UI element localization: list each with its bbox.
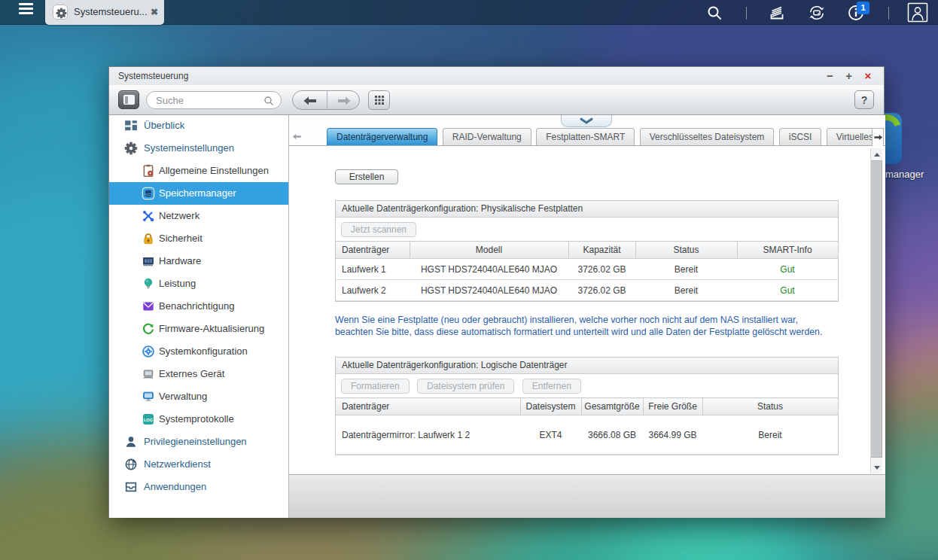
column-header: Kapazität	[568, 242, 635, 259]
tab-bar: Datenträgerverwaltung RAID-Verwaltung Fe…	[327, 128, 873, 145]
app-stack-icon[interactable]	[767, 0, 787, 25]
taskbar-tab-systemsteuerung[interactable]: Systemsteueru... ✖	[45, 0, 164, 25]
Sicherheit[interactable]: Sicherheit	[109, 227, 288, 250]
Benachrichtigung[interactable]: Benachrichtigung	[109, 295, 288, 318]
Verwaltung[interactable]: Verwaltung	[109, 385, 288, 408]
Anwendungen[interactable]: Anwendungen	[109, 476, 288, 498]
system-configuration-icon	[142, 345, 155, 358]
scroll-up-icon	[874, 153, 880, 157]
create-button[interactable]: Erstellen	[335, 169, 398, 184]
physical-table-caption: Aktuelle Datenträgerkonfiguration: Physi…	[336, 201, 838, 218]
sidebar-pane-bar	[125, 96, 128, 104]
table-cell: Bereit	[635, 259, 737, 280]
table-actions: Formatieren Dateisystem prüfen Entfernen	[336, 374, 838, 397]
scroll-down-button[interactable]	[871, 461, 882, 473]
minimize-button[interactable]: −	[821, 67, 838, 85]
RAID-Verwaltung[interactable]: RAID-Verwaltung	[443, 128, 531, 145]
taskbar-divider	[746, 7, 747, 20]
tab-scroll-right-button[interactable]	[872, 128, 884, 146]
window-titlebar: Systemsteuerung − + ×	[109, 67, 884, 85]
app-grid-button[interactable]	[368, 90, 390, 110]
sidebar-item-label: Allgemeine Einstellungen	[159, 160, 269, 182]
table-cell: Bereit	[702, 415, 838, 455]
table-actions: Jetzt scannen	[336, 218, 838, 241]
Privilegieneinstellungen[interactable]: Privilegieneinstellungen	[109, 431, 288, 453]
menu-bar	[19, 12, 33, 14]
column-header: SMART-Info	[737, 242, 838, 259]
table-row[interactable]: Laufwerk 1 HGST HDS724040ALE640 MJAO 372…	[336, 259, 838, 280]
Netzwerkdienst[interactable]: Netzwerkdienst	[109, 453, 288, 476]
Systemkonfiguration[interactable]: Systemkonfiguration	[109, 340, 288, 363]
Speichermanager[interactable]: Speichermanager	[109, 182, 288, 205]
app-grid-icon	[374, 95, 385, 105]
table-cell: Laufwerk 1	[336, 259, 410, 280]
column-header: Datenträger	[336, 398, 520, 415]
column-header: Freie Größe	[643, 398, 702, 415]
column-header: Status	[635, 242, 737, 259]
maximize-button[interactable]: +	[841, 67, 857, 85]
sidebar-item-label: Überblick	[144, 115, 184, 137]
Formatieren[interactable]: Formatieren	[341, 379, 410, 394]
network-service-icon	[124, 458, 138, 471]
close-button[interactable]: ×	[860, 67, 876, 85]
iSCSI[interactable]: iSCSI	[779, 128, 822, 145]
Firmware-Aktualisierung[interactable]: Firmware-Aktualisierung	[109, 318, 288, 340]
tab-scroll-left-icon	[292, 133, 302, 140]
info-icon[interactable]: 1	[846, 0, 866, 25]
network-icon	[142, 209, 155, 223]
physical-table-header-row: Datenträger Modell Kapazität Status SMAR…	[336, 242, 838, 259]
forward-button[interactable]	[327, 91, 360, 110]
system-logs-icon	[142, 412, 155, 426]
collapse-tabs-button[interactable]	[561, 115, 612, 127]
Leistung[interactable]: Leistung	[109, 272, 288, 295]
table-cell: 3726.02 GB	[568, 259, 635, 280]
hardware-icon	[142, 254, 155, 268]
gear-icon	[53, 5, 68, 20]
search-icon[interactable]	[705, 0, 724, 25]
notification-icon	[142, 300, 155, 313]
back-button[interactable]	[293, 91, 327, 110]
firmware-update-icon	[142, 322, 155, 336]
sidebar-toggle-button[interactable]	[118, 90, 139, 109]
Externes Gerät[interactable]: Externes Gerät	[109, 363, 288, 385]
sidebar-item-label: Netzwerk	[159, 205, 199, 227]
sync-disk-icon[interactable]	[807, 0, 827, 25]
user-icon[interactable]	[904, 0, 931, 25]
search-input[interactable]	[156, 93, 261, 108]
Entfernen[interactable]: Entfernen	[522, 379, 581, 394]
window-controls: − + ×	[821, 67, 876, 85]
table-cell: 3666.08 GB	[581, 415, 643, 455]
Festplatten-SMART[interactable]: Festplatten-SMART	[536, 128, 635, 145]
Überblick[interactable]: Überblick	[109, 115, 288, 137]
scrollbar-thumb[interactable]	[871, 160, 882, 458]
table-row[interactable]: Laufwerk 2 HGST HDS724040ALE640 MJAO 372…	[336, 280, 838, 301]
Virtuelles[interactable]: Virtuelles	[827, 128, 873, 145]
Allgemeine Einstellungen[interactable]: Allgemeine Einstellungen	[109, 160, 288, 182]
applications-icon	[124, 480, 138, 494]
Jetzt scannen[interactable]: Jetzt scannen	[341, 222, 416, 237]
back-arrow-icon	[303, 96, 318, 105]
forward-arrow-icon	[337, 96, 352, 105]
tab-scroll-right-icon	[873, 134, 883, 141]
scroll-up-button[interactable]	[871, 148, 882, 160]
desktop-shortcut-label: manager	[885, 169, 924, 180]
Netzwerk[interactable]: Netzwerk	[109, 205, 288, 227]
sidebar-item-label: Benachrichtigung	[159, 295, 234, 318]
Systemprotokolle[interactable]: Systemprotokolle	[109, 408, 288, 431]
menu-bar	[19, 3, 33, 5]
main-menu-icon[interactable]	[19, 3, 33, 17]
Verschlüsseltes Dateisystem[interactable]: Verschlüsseltes Dateisystem	[640, 128, 775, 145]
Dateisystem prüfen[interactable]: Dateisystem prüfen	[417, 379, 514, 394]
table-row[interactable]: Datenträgermirror: Laufwerk 1 2 EXT4 366…	[336, 415, 838, 455]
taskbar-tab-close-icon[interactable]: ✖	[151, 0, 158, 24]
vertical-scrollbar[interactable]	[870, 148, 882, 473]
help-button[interactable]: ?	[854, 90, 874, 109]
Systemeinstellungen[interactable]: Systemeinstellungen	[109, 137, 288, 160]
control-panel-window: Systemsteuerung − + ×	[108, 66, 885, 518]
tab-scroll-left-button[interactable]	[291, 131, 303, 142]
Hardware[interactable]: Hardware	[109, 250, 288, 272]
Datenträgerverwaltung[interactable]: Datenträgerverwaltung	[327, 128, 437, 145]
sidebar-item-label: Leistung	[159, 272, 196, 295]
menu-bar	[19, 8, 33, 10]
sidebar: Überblick Systemeinstellungen Allgemeine…	[109, 115, 289, 518]
